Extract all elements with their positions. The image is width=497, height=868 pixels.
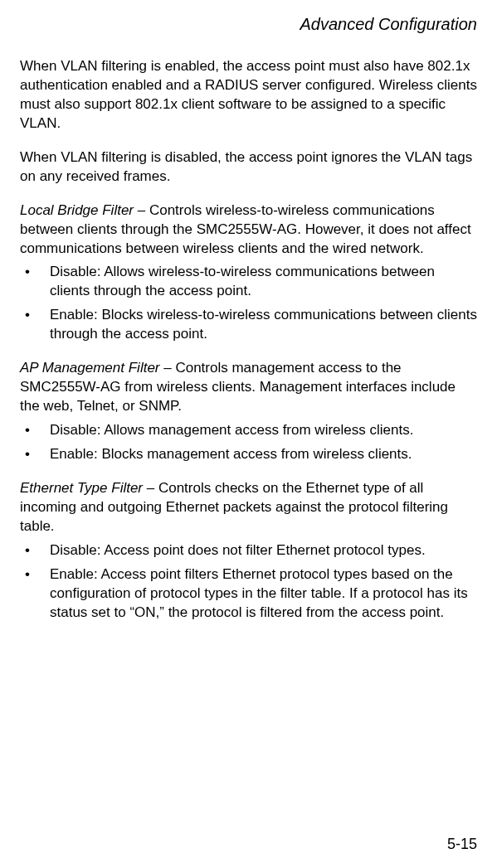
paragraph-vlan-enabled: When VLAN filtering is enabled, the acce…: [20, 57, 477, 133]
local-bridge-term: Local Bridge Filter: [20, 202, 134, 218]
ap-mgmt-bullets: Disable: Allows management access from w…: [20, 421, 477, 464]
local-bridge-desc: Local Bridge Filter – Controls wireless-…: [20, 201, 477, 259]
page-number: 5-15: [447, 836, 477, 853]
eth-type-desc: Ethernet Type Filter – Controls checks o…: [20, 479, 477, 536]
list-item: Enable: Blocks wireless-to-wireless comm…: [20, 306, 477, 344]
paragraph-vlan-disabled: When VLAN filtering is disabled, the acc…: [20, 148, 477, 187]
page-header: Advanced Configuration: [20, 15, 477, 34]
list-item: Enable: Blocks management access from wi…: [20, 445, 477, 464]
ap-mgmt-desc: AP Management Filter – Controls manageme…: [20, 359, 477, 416]
list-item: Disable: Access point does not filter Et…: [20, 541, 477, 560]
section-ap-mgmt: AP Management Filter – Controls manageme…: [20, 359, 477, 464]
list-item: Disable: Allows wireless-to-wireless com…: [20, 263, 477, 301]
section-eth-type: Ethernet Type Filter – Controls checks o…: [20, 479, 477, 623]
eth-type-bullets: Disable: Access point does not filter Et…: [20, 541, 477, 623]
list-item: Enable: Access point filters Ethernet pr…: [20, 565, 477, 623]
eth-type-term: Ethernet Type Filter: [20, 480, 143, 496]
section-local-bridge: Local Bridge Filter – Controls wireless-…: [20, 201, 477, 345]
ap-mgmt-term: AP Management Filter: [20, 360, 160, 376]
page-container: Advanced Configuration When VLAN filteri…: [0, 0, 497, 868]
local-bridge-bullets: Disable: Allows wireless-to-wireless com…: [20, 263, 477, 344]
list-item: Disable: Allows management access from w…: [20, 421, 477, 440]
